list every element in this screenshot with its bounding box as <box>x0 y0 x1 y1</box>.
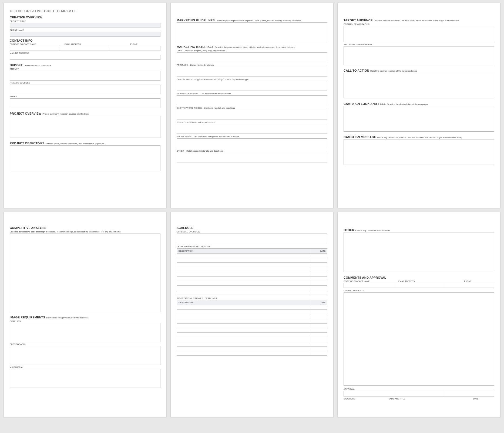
sub-marketing-materials: Describe the pieces required along with … <box>215 46 295 48</box>
input-copy[interactable] <box>177 52 327 62</box>
input-project-objectives[interactable] <box>10 145 160 171</box>
label-display-ads: DISPLAY ADS <box>177 78 190 81</box>
input-notes[interactable] <box>10 98 160 108</box>
table-row[interactable] <box>177 290 327 295</box>
input-poc-name-2[interactable] <box>344 283 394 288</box>
sub-image-req: List needed imagery and projected source… <box>46 317 88 319</box>
input-email[interactable] <box>60 46 110 51</box>
input-multimedia[interactable] <box>10 369 160 388</box>
label-promo: EVENT / PROMO PIECES <box>177 107 202 109</box>
input-website[interactable] <box>177 124 327 134</box>
input-social[interactable] <box>177 138 327 148</box>
table-row[interactable] <box>177 337 327 342</box>
input-other-materials[interactable] <box>177 153 327 162</box>
sub-promo: – List items needed and deadlines <box>202 107 235 109</box>
label-signature: SIGNATURE <box>344 398 388 400</box>
page-6: OTHER Include any other critical informa… <box>337 212 500 417</box>
input-signage[interactable] <box>177 95 327 105</box>
table-row[interactable] <box>177 258 327 263</box>
table-row[interactable] <box>177 319 327 324</box>
input-campaign-message[interactable] <box>344 139 494 165</box>
input-print-ads[interactable] <box>177 67 327 76</box>
section-competitive-analysis: COMPETITIVE ANALYSIS <box>10 226 160 229</box>
table-row[interactable] <box>177 333 327 337</box>
input-project-overview[interactable] <box>10 116 160 138</box>
input-approval-date[interactable] <box>444 391 494 397</box>
table-row[interactable] <box>177 272 327 277</box>
input-photography[interactable] <box>10 346 160 365</box>
page-4: COMPETITIVE ANALYSIS Describe competitor… <box>4 212 167 417</box>
label-copy: COPY – Taglines, slogans, body copy requ… <box>177 49 327 52</box>
sub-display-ads: – List type of advertisement, length of … <box>191 78 249 81</box>
input-display-ads[interactable] <box>177 81 327 91</box>
table-row[interactable] <box>177 314 327 319</box>
label-milestones: IMPORTANT MILESTONES / DEADLINES <box>177 297 327 299</box>
label-other-materials: OTHER <box>177 150 184 152</box>
label-notes: NOTES <box>10 95 160 98</box>
input-client-name[interactable] <box>10 32 160 37</box>
input-amount[interactable] <box>10 71 160 81</box>
label-print-ads: PRINT ADS <box>177 64 188 66</box>
table-row[interactable] <box>177 286 327 290</box>
label-poc-name-2: POINT OF CONTACT NAME <box>344 280 398 282</box>
input-look-feel[interactable] <box>344 106 494 132</box>
table-row[interactable] <box>177 328 327 333</box>
label-phone: PHONE <box>130 43 160 45</box>
table-detailed-timeline: DESCRIPTION DATE <box>177 248 327 295</box>
input-marketing-guidelines[interactable] <box>177 22 327 41</box>
input-name-title[interactable] <box>394 391 444 397</box>
col-description-2: DESCRIPTION <box>177 300 311 305</box>
label-primary-demo: PRIMARY DEMOGRAPHIC <box>344 23 494 25</box>
label-detailed-timeline: DETAILED PROJECTED TIMELINE <box>177 245 327 248</box>
label-amount: AMOUNT <box>10 68 160 70</box>
table-row[interactable] <box>177 281 327 286</box>
section-cta: CALL TO ACTION <box>344 69 369 72</box>
input-schedule-overview[interactable] <box>177 234 327 243</box>
table-row[interactable] <box>177 324 327 328</box>
sub-look-feel: Describe the desired style of the campai… <box>387 103 428 105</box>
input-promo[interactable] <box>177 110 327 119</box>
table-row[interactable] <box>177 342 327 347</box>
input-primary-demo[interactable] <box>344 26 494 42</box>
input-phone-2[interactable] <box>444 283 494 288</box>
section-image-req: IMAGE REQUIREMENTS <box>10 316 45 319</box>
label-finance: FINANCE SOURCES <box>10 82 160 84</box>
table-row[interactable] <box>177 254 327 258</box>
table-row[interactable] <box>177 305 327 310</box>
table-row[interactable] <box>177 347 327 351</box>
page-5: SCHEDULE SCHEDULE OVERVIEW DETAILED PROJ… <box>170 212 334 417</box>
sub-marketing-guidelines: Detailed approval process for all pieces… <box>216 19 301 22</box>
label-website: WEBSITE <box>177 121 186 124</box>
table-row[interactable] <box>177 277 327 281</box>
section-budget: BUDGET <box>10 64 23 67</box>
section-target-audience: TARGET AUDIENCE <box>344 19 373 22</box>
table-row[interactable] <box>177 310 327 314</box>
section-project-overview: PROJECT OVERVIEW <box>10 112 41 115</box>
table-row[interactable] <box>177 351 327 356</box>
input-finance[interactable] <box>10 85 160 94</box>
label-social: SOCIAL MEDIA <box>177 135 191 138</box>
input-email-2[interactable] <box>394 283 444 288</box>
input-client-comments[interactable] <box>344 292 494 386</box>
input-project-title[interactable] <box>10 23 160 28</box>
label-name-title: NAME AND TITLE <box>388 398 473 400</box>
label-multimedia: MULTIMEDIA <box>10 366 160 368</box>
input-secondary-demo[interactable] <box>344 46 494 65</box>
table-row[interactable] <box>177 267 327 272</box>
col-date: DATE <box>311 249 327 254</box>
input-competitive-analysis[interactable] <box>10 234 160 312</box>
page-3: TARGET AUDIENCE Describe desired audienc… <box>337 3 500 208</box>
section-contact-info: CONTACT INFO <box>10 39 160 42</box>
sub-campaign-message: Define key benefits of product, describe… <box>377 136 462 139</box>
label-photography: PHOTOGRAPHY <box>10 343 160 345</box>
input-other[interactable] <box>344 232 494 272</box>
table-row[interactable] <box>177 263 327 267</box>
input-phone[interactable] <box>110 46 160 51</box>
input-mailing[interactable] <box>10 55 160 60</box>
input-poc-name[interactable] <box>10 46 60 51</box>
input-cta[interactable] <box>344 73 494 98</box>
input-signature[interactable] <box>344 391 394 397</box>
input-graphics[interactable] <box>10 323 160 342</box>
sub-website: – Describe web requirements <box>187 121 214 124</box>
label-secondary-demo: SECONDARY DEMOGRAPHIC <box>344 43 494 46</box>
